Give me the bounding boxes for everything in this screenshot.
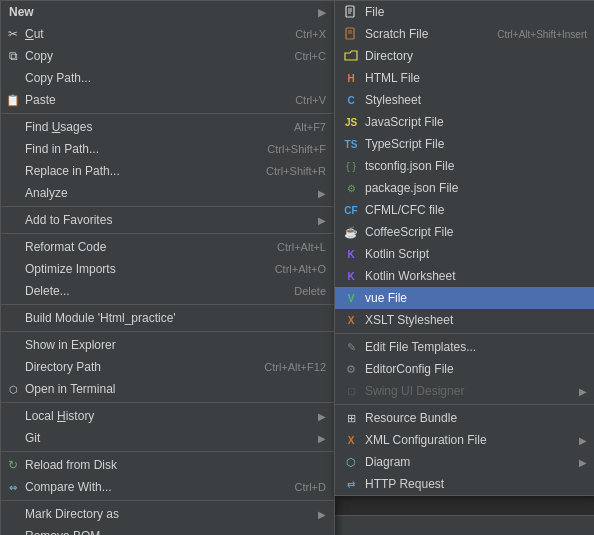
local-history-arrow: ▶ [318, 411, 326, 422]
submenu-item-coffeescript[interactable]: ☕ CoffeeScript File [335, 221, 594, 243]
separator-2 [1, 206, 334, 207]
submenu-item-directory[interactable]: Directory [335, 45, 594, 67]
menu-item-remove-bom[interactable]: Remove BOM [1, 525, 334, 535]
submenu-item-kotlin-script[interactable]: K Kotlin Script [335, 243, 594, 265]
separator-8 [1, 500, 334, 501]
submenu-item-js[interactable]: JS JavaScript File [335, 111, 594, 133]
submenu-item-xslt[interactable]: X XSLT Stylesheet [335, 309, 594, 331]
open-terminal-label: Open in Terminal [25, 382, 326, 396]
menu-item-paste[interactable]: 📋 Paste Ctrl+V [1, 89, 334, 111]
menu-item-local-history[interactable]: Local History ▶ [1, 405, 334, 427]
build-module-label: Build Module 'Html_practice' [25, 311, 326, 325]
cfml-icon: CF [343, 202, 359, 218]
menu-item-build-module[interactable]: Build Module 'Html_practice' [1, 307, 334, 329]
menu-item-compare-with[interactable]: ⇔ Compare With... Ctrl+D [1, 476, 334, 498]
mark-directory-label: Mark Directory as [25, 507, 310, 521]
reload-disk-label: Reload from Disk [25, 458, 326, 472]
menu-item-replace-in-path[interactable]: Replace in Path... Ctrl+Shift+R [1, 160, 334, 182]
right-submenu: File Scratch File Ctrl+Alt+Shift+Insert … [334, 0, 594, 496]
directory-path-label: Directory Path [25, 360, 244, 374]
package-json-icon: ⚙ [343, 180, 359, 196]
submenu-item-html[interactable]: H HTML File [335, 67, 594, 89]
menu-item-directory-path[interactable]: Directory Path Ctrl+Alt+F12 [1, 356, 334, 378]
resource-bundle-icon: ⊞ [343, 410, 359, 426]
menu-item-reformat-code[interactable]: Reformat Code Ctrl+Alt+L [1, 236, 334, 258]
copy-path-label: Copy Path... [25, 71, 326, 85]
menu-item-show-explorer[interactable]: Show in Explorer [1, 334, 334, 356]
submenu-item-kotlin-worksheet[interactable]: K Kotlin Worksheet [335, 265, 594, 287]
menu-item-copy[interactable]: ⧉ Copy Ctrl+C [1, 45, 334, 67]
compare-with-shortcut: Ctrl+D [295, 481, 326, 493]
submenu-item-ts[interactable]: TS TypeScript File [335, 133, 594, 155]
cfml-label: CFML/CFC file [365, 203, 587, 217]
directory-path-shortcut: Ctrl+Alt+F12 [264, 361, 326, 373]
replace-in-path-shortcut: Ctrl+Shift+R [266, 165, 326, 177]
ts-label: TypeScript File [365, 137, 587, 151]
submenu-item-tsconfig[interactable]: { } tsconfig.json File [335, 155, 594, 177]
menu-item-reload-disk[interactable]: ↻ Reload from Disk [1, 454, 334, 476]
cut-shortcut: Ctrl+X [295, 28, 326, 40]
menu-item-mark-directory[interactable]: Mark Directory as ▶ [1, 503, 334, 525]
submenu-item-vue[interactable]: V vue File [335, 287, 594, 309]
menu-item-find-in-path[interactable]: Find in Path... Ctrl+Shift+F [1, 138, 334, 160]
copy-label: Copy [25, 49, 275, 63]
submenu-item-swing: ⊡ Swing UI Designer ▶ [335, 380, 594, 402]
submenu-item-package-json[interactable]: ⚙ package.json File [335, 177, 594, 199]
xml-config-icon: X [343, 432, 359, 448]
directory-label: Directory [365, 49, 587, 63]
add-favorites-label: Add to Favorites [25, 213, 310, 227]
menu-item-new[interactable]: New ▶ [1, 1, 334, 23]
separator-5 [1, 331, 334, 332]
terminal-icon: ⬡ [5, 381, 21, 397]
add-favorites-arrow: ▶ [318, 215, 326, 226]
editorconfig-label: EditorConfig File [365, 362, 587, 376]
swing-icon: ⊡ [343, 383, 359, 399]
find-usages-shortcut: Alt+F7 [294, 121, 326, 133]
menu-item-analyze[interactable]: Analyze ▶ [1, 182, 334, 204]
menu-item-copy-path[interactable]: Copy Path... [1, 67, 334, 89]
menu-item-optimize-imports[interactable]: Optimize Imports Ctrl+Alt+O [1, 258, 334, 280]
kotlin-worksheet-label: Kotlin Worksheet [365, 269, 587, 283]
edit-templates-label: Edit File Templates... [365, 340, 587, 354]
html-icon: H [343, 70, 359, 86]
menu-item-cut[interactable]: ✂ Cut Ctrl+X [1, 23, 334, 45]
reformat-code-shortcut: Ctrl+Alt+L [277, 241, 326, 253]
menu-item-add-favorites[interactable]: Add to Favorites ▶ [1, 209, 334, 231]
package-json-label: package.json File [365, 181, 587, 195]
submenu-item-http-request[interactable]: ⇄ HTTP Request [335, 473, 594, 495]
submenu-item-stylesheet[interactable]: C Stylesheet [335, 89, 594, 111]
separator-7 [1, 451, 334, 452]
reformat-code-label: Reformat Code [25, 240, 257, 254]
submenu-item-xml-config[interactable]: X XML Configuration File ▶ [335, 429, 594, 451]
css-icon: C [343, 92, 359, 108]
menu-item-find-usages[interactable]: Find Usages Alt+F7 [1, 116, 334, 138]
submenu-item-diagram[interactable]: ⬡ Diagram ▶ [335, 451, 594, 473]
xml-config-label: XML Configuration File [365, 433, 571, 447]
ts-icon: TS [343, 136, 359, 152]
copy-shortcut: Ctrl+C [295, 50, 326, 62]
js-icon: JS [343, 114, 359, 130]
submenu-item-scratch-file[interactable]: Scratch File Ctrl+Alt+Shift+Insert [335, 23, 594, 45]
submenu-item-cfml[interactable]: CF CFML/CFC file [335, 199, 594, 221]
submenu-item-file[interactable]: File [335, 1, 594, 23]
http-request-icon: ⇄ [343, 476, 359, 492]
submenu-item-edit-templates[interactable]: ✎ Edit File Templates... [335, 336, 594, 358]
show-explorer-label: Show in Explorer [25, 338, 326, 352]
scratch-file-icon [343, 26, 359, 42]
menu-item-open-terminal[interactable]: ⬡ Open in Terminal [1, 378, 334, 400]
delete-label: Delete... [25, 284, 274, 298]
delete-shortcut: Delete [294, 285, 326, 297]
submenu-item-editorconfig[interactable]: ⚙ EditorConfig File [335, 358, 594, 380]
submenu-separator-2 [335, 404, 594, 405]
xslt-label: XSLT Stylesheet [365, 313, 587, 327]
separator-6 [1, 402, 334, 403]
menu-item-delete[interactable]: Delete... Delete [1, 280, 334, 302]
submenu-item-resource-bundle[interactable]: ⊞ Resource Bundle [335, 407, 594, 429]
tsconfig-label: tsconfig.json File [365, 159, 587, 173]
mark-directory-arrow: ▶ [318, 509, 326, 520]
js-label: JavaScript File [365, 115, 587, 129]
diagram-label: Diagram [365, 455, 571, 469]
swing-arrow: ▶ [579, 386, 587, 397]
diagram-icon: ⬡ [343, 454, 359, 470]
menu-item-git[interactable]: Git ▶ [1, 427, 334, 449]
